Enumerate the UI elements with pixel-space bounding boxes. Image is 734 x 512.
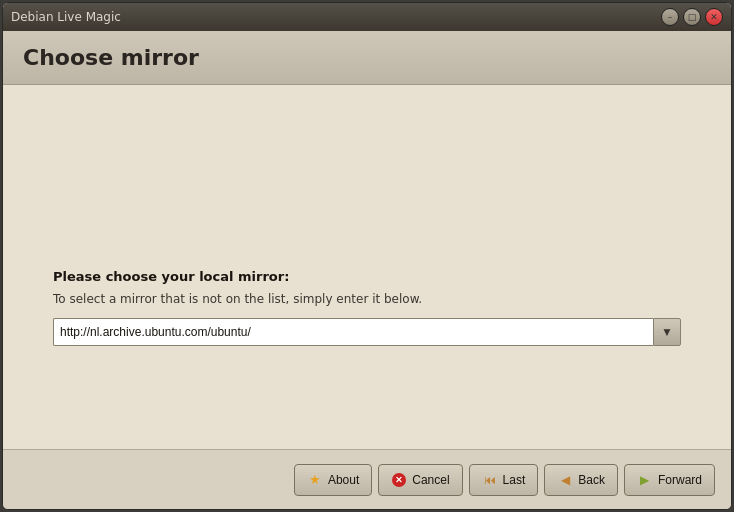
main-content: Please choose your local mirror: To sele… (3, 85, 731, 449)
mirror-dropdown-button[interactable] (653, 318, 681, 346)
footer: ★ About ✕ Cancel ⏮ Last ◀ Back ▶ Forward (3, 449, 731, 509)
last-icon: ⏮ (482, 472, 498, 488)
close-icon: ✕ (710, 12, 718, 22)
cancel-label: Cancel (412, 473, 449, 487)
back-button[interactable]: ◀ Back (544, 464, 618, 496)
cancel-button[interactable]: ✕ Cancel (378, 464, 462, 496)
forward-icon: ▶ (637, 472, 653, 488)
cancel-icon-wrapper: ✕ (391, 472, 407, 488)
back-label: Back (578, 473, 605, 487)
about-button[interactable]: ★ About (294, 464, 372, 496)
back-icon: ◀ (557, 472, 573, 488)
instruction-label: Please choose your local mirror: (53, 269, 681, 284)
close-button[interactable]: ✕ (705, 8, 723, 26)
main-window: Debian Live Magic – □ ✕ Choose mirror Pl… (2, 2, 732, 510)
last-button[interactable]: ⏮ Last (469, 464, 539, 496)
content-header: Choose mirror (3, 31, 731, 85)
instruction-sublabel: To select a mirror that is not on the li… (53, 292, 681, 306)
cancel-icon: ✕ (392, 473, 406, 487)
mirror-input[interactable] (53, 318, 653, 346)
window-title: Debian Live Magic (11, 10, 661, 24)
minimize-icon: – (668, 12, 673, 22)
forward-label: Forward (658, 473, 702, 487)
about-label: About (328, 473, 359, 487)
maximize-icon: □ (688, 12, 697, 22)
window-controls: – □ ✕ (661, 8, 723, 26)
mirror-input-row (53, 318, 681, 346)
forward-button[interactable]: ▶ Forward (624, 464, 715, 496)
minimize-button[interactable]: – (661, 8, 679, 26)
maximize-button[interactable]: □ (683, 8, 701, 26)
titlebar: Debian Live Magic – □ ✕ (3, 3, 731, 31)
page-title: Choose mirror (23, 45, 711, 70)
last-label: Last (503, 473, 526, 487)
star-icon: ★ (307, 472, 323, 488)
